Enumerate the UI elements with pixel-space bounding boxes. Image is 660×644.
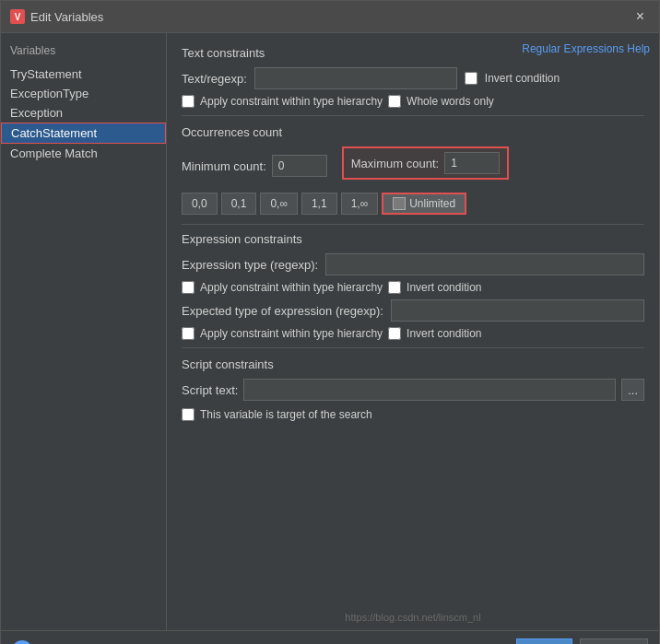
divider-2 <box>182 224 644 225</box>
invert-condition-checkbox-3[interactable] <box>388 327 401 340</box>
unlimited-checkbox-box <box>393 197 406 210</box>
text-regex-label: Text/regexp: <box>182 72 247 86</box>
invert-condition-label-3: Invert condition <box>407 327 481 340</box>
expr-type-input[interactable] <box>325 253 644 275</box>
preset-0-inf[interactable]: 0,∞ <box>260 193 298 215</box>
expr-type-row: Expression type (regexp): <box>182 253 644 275</box>
help-icon[interactable]: ? <box>12 640 32 645</box>
bottom-buttons: OK Cancel <box>516 638 648 644</box>
whole-words-label: Whole words only <box>407 95 494 108</box>
title-bar: V Edit Variables × <box>1 1 659 33</box>
title-bar-left: V Edit Variables <box>10 9 103 24</box>
unlimited-button[interactable]: Unlimited <box>382 193 466 215</box>
min-count-field: Minimum count: <box>182 155 327 177</box>
text-regex-row: Text/regexp: Invert condition <box>182 67 644 89</box>
expr-type-label: Expression type (regexp): <box>182 258 318 272</box>
expected-type-input[interactable] <box>391 299 644 322</box>
script-row: Script text: ... <box>182 379 644 401</box>
min-count-input[interactable] <box>272 155 327 177</box>
max-count-label: Maximum count: <box>351 157 439 170</box>
target-checkbox[interactable] <box>182 408 194 421</box>
invert-condition-checkbox-1[interactable] <box>465 72 477 85</box>
main-content: Regular Expressions Help Text constraint… <box>167 33 659 630</box>
expression-section: Expression constraints Expression type (… <box>182 232 644 340</box>
apply-hierarchy-label-2: Apply constraint within type hierarchy <box>200 281 383 294</box>
invert-condition-checkbox-2[interactable] <box>388 281 401 294</box>
unlimited-label: Unlimited <box>409 197 455 210</box>
dialog-body: Variables TryStatement ExceptionType Exc… <box>1 33 659 630</box>
ok-button[interactable]: OK <box>516 638 572 644</box>
target-label: This variable is target of the search <box>200 408 372 421</box>
script-dots-button[interactable]: ... <box>621 379 644 401</box>
invert-condition-label-2: Invert condition <box>407 281 481 294</box>
expected-type-row: Expected type of expression (regexp): <box>182 299 644 322</box>
max-count-highlighted: Maximum count: <box>342 146 509 180</box>
max-count-input[interactable] <box>444 152 500 174</box>
script-text-label: Script text: <box>182 383 238 397</box>
whole-words-checkbox[interactable] <box>388 95 401 108</box>
apply-hierarchy-checkbox-2[interactable] <box>182 281 194 294</box>
dialog-icon: V <box>10 9 25 24</box>
preset-0-1[interactable]: 0,1 <box>221 193 257 215</box>
bottom-bar: ? OK Cancel <box>1 630 659 644</box>
expression-constraints-title: Expression constraints <box>182 232 644 246</box>
script-constraints-title: Script constraints <box>182 357 644 371</box>
apply-hierarchy-label-1: Apply constraint within type hierarchy <box>200 95 383 108</box>
text-regex-input[interactable] <box>254 67 457 89</box>
divider-1 <box>182 115 644 116</box>
watermark: https://blog.csdn.net/linscm_nl <box>345 612 480 623</box>
target-row: This variable is target of the search <box>182 408 644 421</box>
invert-condition-label-1: Invert condition <box>485 72 560 85</box>
apply-hierarchy-checkbox-1[interactable] <box>182 95 194 108</box>
preset-1-1[interactable]: 1,1 <box>301 193 337 215</box>
count-row: Minimum count: Maximum count: <box>182 146 644 185</box>
preset-0-0[interactable]: 0,0 <box>182 193 218 215</box>
expected-apply-hierarchy-row: Apply constraint within type hierarchy I… <box>182 327 644 340</box>
sidebar-header: Variables <box>1 41 166 64</box>
apply-hierarchy-label-3: Apply constraint within type hierarchy <box>200 327 383 340</box>
sidebar-item-exceptiontype[interactable]: ExceptionType <box>1 84 166 103</box>
sidebar-item-exception[interactable]: Exception <box>1 103 166 123</box>
close-button[interactable]: × <box>631 6 650 27</box>
edit-variables-dialog: V Edit Variables × Variables TryStatemen… <box>0 0 660 644</box>
expr-apply-hierarchy-row: Apply constraint within type hierarchy I… <box>182 281 644 294</box>
apply-hierarchy-checkbox-3[interactable] <box>182 327 194 340</box>
occurrences-section: Occurrences count Minimum count: Maximum… <box>182 125 644 215</box>
occurrences-title: Occurrences count <box>182 125 644 139</box>
expected-type-input-wrapper <box>391 299 644 322</box>
apply-hierarchy-row: Apply constraint within type hierarchy W… <box>182 95 644 108</box>
min-count-label: Minimum count: <box>182 159 266 173</box>
cancel-button[interactable]: Cancel <box>580 638 648 644</box>
script-section: Script constraints Script text: ... This… <box>182 357 644 421</box>
divider-3 <box>182 347 644 348</box>
script-text-input[interactable] <box>243 379 616 401</box>
preset-buttons-row: 0,0 0,1 0,∞ 1,1 1,∞ Unlimited <box>182 193 644 215</box>
dialog-title: Edit Variables <box>30 10 103 24</box>
expr-type-input-wrapper <box>325 253 644 275</box>
help-link[interactable]: Regular Expressions Help <box>522 42 650 55</box>
expected-type-label: Expected type of expression (regexp): <box>182 304 383 318</box>
sidebar-item-catchstatement[interactable]: CatchStatement <box>1 123 166 144</box>
sidebar-item-trystatement[interactable]: TryStatement <box>1 64 166 84</box>
preset-1-inf[interactable]: 1,∞ <box>341 193 379 215</box>
sidebar-item-completematch[interactable]: Complete Match <box>1 144 166 163</box>
sidebar: Variables TryStatement ExceptionType Exc… <box>1 33 167 630</box>
